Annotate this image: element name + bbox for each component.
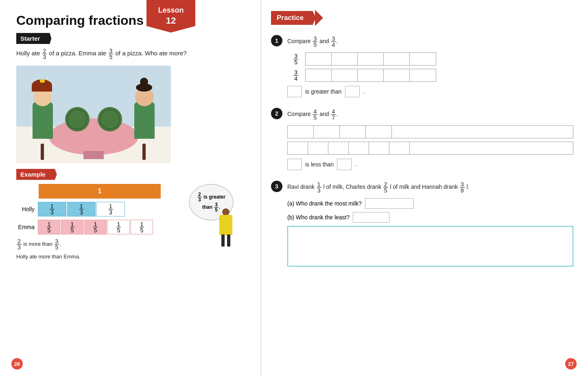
conclusion: 23 is more than 35. Holly ate more than … [16,238,246,260]
q2-comparison-text: is less than [305,161,334,168]
page-title: Comparing fractions [16,13,246,28]
left-page: Comparing fractions Lesson 12 Starter Ho… [0,0,260,376]
q2-row2 [287,142,573,155]
character-figure [213,208,238,249]
holly-seg-3: 13 [96,202,125,216]
practice-arrow [315,10,323,26]
emma-row: Emma 15 15 15 15 15 [16,220,246,234]
emma-label: Emma [16,224,35,230]
question-3: 3 Ravi drank 13 l of milk, Charles drank… [271,180,573,267]
q3-work-box[interactable] [287,226,573,267]
example-label: Example [16,169,57,180]
emma-seg-4: 15 [107,220,130,234]
q3-sub-b: (b) Who drank the least? [287,212,573,223]
q2-bar1 [287,125,573,138]
q3-number: 3 [271,181,282,192]
q1-comparison: is greater than . [287,86,573,97]
q3-sub-b-text: (b) Who drank the least? [287,214,350,221]
starter-text: Holly ate 23 of a pizza. Emma ate 35 of … [16,48,246,60]
emma-seg-1: 15 [38,220,60,234]
q1-row1: 35 [287,52,573,66]
lesson-label: Lesson [158,6,184,15]
example-section: Example 1 Holly 13 13 13 Emma [16,169,246,260]
page-number-left: 26 [11,358,23,369]
q3-sub-a: (a) Who drank the most milk? [287,198,573,209]
fraction-3-5: 35 [109,48,114,60]
q2-input-left[interactable] [287,159,302,170]
emma-segments: 15 15 15 15 15 [38,220,153,234]
q2-bar2 [287,142,573,155]
q3-sub-a-text: (a) Who drank the most milk? [287,200,362,207]
emma-seg-2: 15 [61,220,83,234]
lesson-number: 12 [158,15,184,27]
q1-input-left[interactable] [287,86,302,97]
q2-number: 2 [271,108,282,119]
question-1: 1 Compare 35 and 34. 35 34 [271,34,573,97]
q1-row2-label: 34 [287,70,299,81]
q1-bar2 [305,69,436,82]
q2-text: Compare 45 and 47. [287,107,338,120]
conclusion-2: Holly ate more than Emma. [16,254,246,260]
holly-seg-1: 13 [38,202,66,216]
holly-label: Holly [16,206,35,212]
starter-label: Starter [16,33,51,44]
right-page: Practice 1 Compare 35 and 34. 35 [261,0,588,376]
q1-row1-label: 35 [287,53,299,65]
emma-seg-3: 15 [84,220,107,234]
q1-bar1 [305,52,436,66]
lesson-badge: Lesson 12 [146,0,195,33]
q3-input-a[interactable] [365,198,414,209]
q2-row1 [287,125,573,138]
q3-text: Ravi drank 13 l of milk, Charles drank 2… [287,180,470,193]
pizza-illustration [16,66,171,163]
q2-comparison: is less than . [287,159,573,170]
conclusion-1: 23 is more than 35. [16,238,246,250]
q1-row2: 34 [287,69,573,82]
q3-input-b[interactable] [353,212,389,223]
question-2: 2 Compare 45 and 47. [271,107,573,170]
holly-segments: 13 13 13 [38,202,125,216]
holly-seg-2: 13 [67,202,96,216]
emma-seg-5: 15 [131,220,153,234]
whole-bar: 1 [39,184,161,199]
page-number-right: 27 [565,358,577,369]
q1-input-right[interactable] [345,86,360,97]
q1-text: Compare 35 and 34. [287,34,338,48]
practice-label: Practice [271,11,316,25]
q1-comparison-text: is greater than [305,88,342,95]
practice-header: Practice [271,10,573,26]
fraction-2-3: 23 [42,48,47,60]
q1-number: 1 [271,35,282,46]
q2-input-right[interactable] [337,159,352,170]
